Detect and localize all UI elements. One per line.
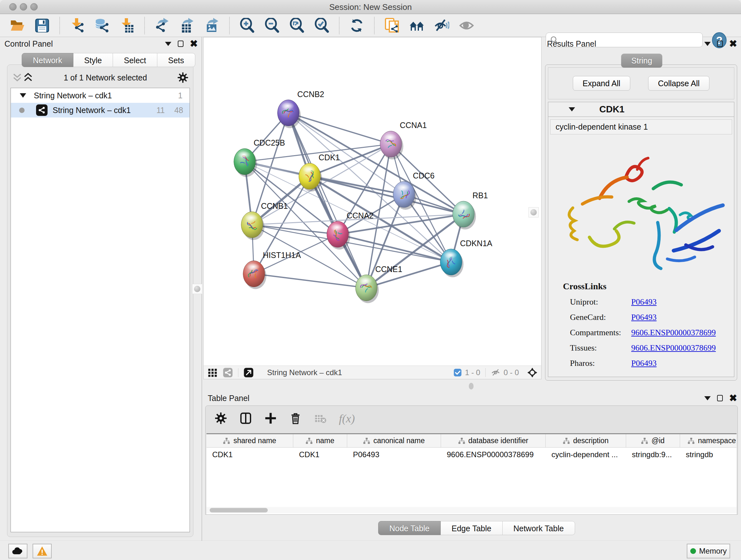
tab-style[interactable]: Style — [73, 53, 113, 67]
close-button[interactable] — [9, 3, 17, 10]
crosslink-link[interactable]: 9606.ENSP00000378699 — [631, 343, 716, 353]
network-item-row[interactable]: String Network – cdk1 11 48 — [11, 103, 190, 118]
warnings-button[interactable] — [32, 544, 52, 558]
maximize-button[interactable] — [30, 3, 38, 10]
export-image-icon[interactable] — [204, 18, 219, 33]
node-RB1[interactable]: RB1 — [453, 191, 488, 230]
column-header-sharedname[interactable]: shared name — [206, 434, 293, 447]
hidden-eye-icon — [491, 368, 500, 377]
crosslink-row: Pharos:P06493 — [570, 359, 734, 368]
node-CDKN1A[interactable]: CDKN1A — [441, 239, 492, 277]
grid-view-icon[interactable] — [207, 368, 218, 378]
right-splitter-grip[interactable] — [529, 207, 539, 217]
float-panel-icon[interactable] — [178, 41, 184, 47]
network-collection-row[interactable]: String Network – cdk1 1 — [11, 88, 190, 103]
application-window: Session: New Session — [0, 0, 741, 560]
column-header-databaseidentifier[interactable]: database identifier — [441, 434, 546, 447]
expand-all-icon[interactable] — [23, 73, 33, 82]
zoom-selected-icon[interactable] — [314, 18, 329, 33]
close-panel-icon[interactable]: ✖ — [190, 40, 198, 47]
open-in-window-icon[interactable] — [244, 368, 254, 378]
show-all-icon[interactable] — [459, 18, 474, 33]
panel-menu-icon[interactable] — [704, 396, 711, 400]
horizontal-splitter[interactable] — [203, 380, 542, 391]
tab-select[interactable]: Select — [113, 53, 157, 67]
open-session-icon[interactable] — [10, 18, 25, 33]
collapse-all-button[interactable]: Collapse All — [648, 76, 710, 91]
zoom-in-icon[interactable] — [239, 18, 255, 33]
edge-CCNB2-CCNA1[interactable] — [288, 113, 391, 144]
memory-label: Memory — [699, 547, 727, 556]
birdseye-view-icon[interactable] — [527, 368, 537, 378]
cloud-status-button[interactable] — [8, 544, 27, 558]
float-panel-icon[interactable] — [717, 41, 723, 47]
zoom-out-icon[interactable] — [264, 18, 280, 33]
tab-sets[interactable]: Sets — [157, 53, 195, 67]
network-badge-icon[interactable] — [223, 368, 233, 378]
expand-all-button[interactable]: Expand All — [573, 76, 630, 91]
edge-CCNB2-CCNE1[interactable] — [288, 113, 366, 288]
main-toolbar: ? — [0, 14, 741, 37]
export-network-icon[interactable] — [154, 18, 170, 33]
crosslink-link[interactable]: P06493 — [631, 313, 657, 322]
scrollbar-thumb[interactable] — [210, 508, 268, 512]
export-table-icon[interactable] — [179, 18, 195, 33]
panel-menu-icon[interactable] — [704, 42, 711, 46]
crosslink-link[interactable]: 9606.ENSP00000378699 — [631, 328, 716, 337]
node-CCNB2[interactable]: CCNB2 — [278, 90, 324, 128]
home-icon[interactable] — [409, 18, 424, 33]
edge-CCNB2-RB1[interactable] — [288, 113, 463, 214]
tab-network[interactable]: Network — [22, 53, 73, 67]
memory-button[interactable]: Memory — [687, 544, 730, 558]
network-options-gear-icon[interactable] — [177, 72, 189, 83]
node-HIST1H1A[interactable]: HIST1H1A — [243, 251, 301, 289]
table-cell: CDK1 — [293, 448, 347, 462]
entry-expander-icon[interactable] — [569, 107, 575, 111]
delete-column-icon[interactable] — [289, 412, 302, 425]
crosslink-label: Tissues: — [570, 343, 631, 353]
hide-unselected-icon[interactable] — [434, 18, 449, 33]
table-row[interactable]: CDK1CDK1P064939606.ENSP00000378699cyclin… — [206, 448, 737, 462]
float-panel-icon[interactable] — [717, 395, 723, 401]
column-header-namespace[interactable]: namespace — [680, 434, 737, 447]
gene-description: cyclin-dependent kinase 1 — [550, 119, 732, 134]
column-header-description[interactable]: description — [546, 434, 626, 447]
clone-network-icon[interactable] — [384, 18, 400, 33]
tab-edge-table[interactable]: Edge Table — [441, 521, 502, 535]
import-network-icon[interactable] — [70, 18, 85, 33]
crosslink-row: Uniprot:P06493 — [570, 297, 734, 307]
node-CDK1[interactable]: CDK1 — [299, 153, 340, 192]
close-panel-icon[interactable]: ✖ — [729, 40, 737, 47]
refresh-layout-icon[interactable] — [349, 18, 364, 33]
control-panel-title: Control Panel — [4, 39, 53, 49]
save-session-icon[interactable] — [35, 18, 50, 33]
left-splitter-grip[interactable] — [192, 284, 202, 294]
network-item-label: String Network – cdk1 — [53, 106, 131, 115]
zoom-fit-icon[interactable] — [289, 18, 305, 33]
network-canvas[interactable]: CCNB2 CCNA1 CDC25B CDK1 CDC6 RB1 CCNB1 C… — [204, 37, 541, 366]
close-panel-icon[interactable]: ✖ — [729, 395, 737, 401]
edge-HIST1H1A-CCNE1[interactable] — [254, 274, 366, 288]
node-CCNB1[interactable]: CCNB1 — [241, 201, 288, 240]
collection-expander-icon[interactable] — [20, 93, 26, 98]
add-column-icon[interactable] — [264, 412, 277, 425]
minimize-button[interactable] — [20, 3, 27, 10]
column-header-name[interactable]: name — [293, 434, 347, 447]
collapse-all-icon[interactable] — [12, 73, 23, 82]
function-builder-icon: f(x) — [339, 412, 352, 425]
node-entry-header[interactable]: CDK1 — [548, 102, 734, 117]
crosslink-link[interactable]: P06493 — [631, 359, 657, 368]
import-table-icon[interactable] — [119, 18, 135, 33]
splitter-grip[interactable] — [469, 383, 474, 389]
column-header-id[interactable]: @id — [626, 434, 680, 447]
import-database-icon[interactable] — [94, 18, 110, 33]
tab-node-table[interactable]: Node Table — [378, 521, 441, 535]
tab-network-table[interactable]: Network Table — [502, 521, 575, 535]
panel-menu-icon[interactable] — [165, 42, 172, 46]
column-header-canonicalname[interactable]: canonical name — [347, 434, 441, 447]
node-CCNA1[interactable]: CCNA1 — [380, 121, 427, 159]
table-settings-gear-icon[interactable] — [214, 412, 227, 425]
crosslink-link[interactable]: P06493 — [631, 297, 657, 307]
show-columns-icon[interactable] — [239, 412, 252, 425]
tab-string[interactable]: String — [621, 54, 662, 68]
